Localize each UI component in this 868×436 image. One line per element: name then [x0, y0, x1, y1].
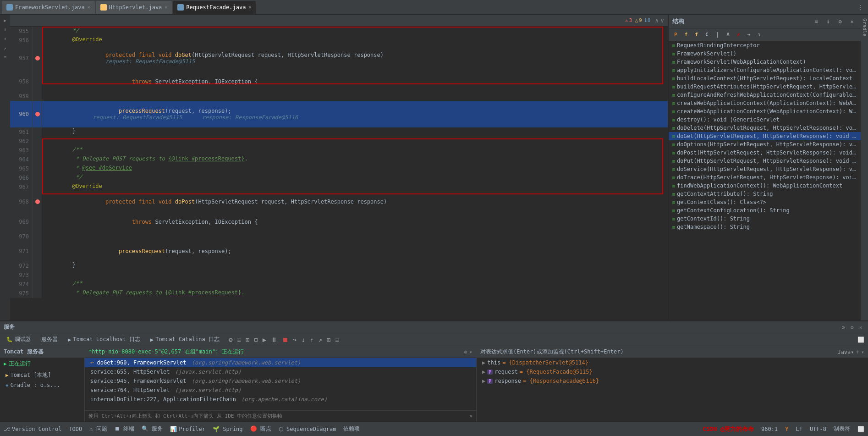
tab-debugger[interactable]: 🐛 调试器	[2, 335, 36, 344]
tab-requestfacade[interactable]: RequestFacade.java ✕	[173, 1, 256, 14]
debug-step-out-btn[interactable]: ↑	[308, 335, 315, 344]
stack-item-3[interactable]: service:764, HttpServlet (javax.servlet.…	[85, 386, 476, 395]
tab-close-frameworkservlet[interactable]: ✕	[88, 5, 90, 10]
tab-menu-button[interactable]: ⋮	[855, 4, 866, 11]
tab-server[interactable]: 服务器	[37, 335, 62, 344]
struct-item-21[interactable]: m getContextId(): String	[669, 215, 861, 223]
tab-close-requestfacade[interactable]: ✕	[248, 5, 251, 10]
struct-item-10[interactable]: m doDelete(HttpServletRequest, HttpServl…	[669, 124, 861, 132]
tomcat-gradle-item[interactable]: ❖ Gradle : o.s...	[2, 381, 82, 389]
info-badge[interactable]: ℹ 8	[645, 17, 651, 23]
struct-item-3[interactable]: m applyInitializers(ConfigurableApplicat…	[669, 66, 861, 74]
breakpoint-968[interactable]	[35, 199, 40, 204]
settings-btn[interactable]: ⚙	[835, 17, 845, 27]
var-expand-request[interactable]: ▶	[482, 369, 485, 375]
struct-item-12[interactable]: m doOptions(HttpServletRequest, HttpServ…	[669, 140, 861, 149]
debug-sort-btn[interactable]: ≡	[235, 335, 242, 344]
status-y-indicator[interactable]: Y	[785, 426, 788, 432]
tab-tomcat-localhost[interactable]: ▶ Tomcat Localhost 日志	[63, 335, 145, 344]
stack-item-1[interactable]: service:655, HttpServlet (javax.servlet.…	[85, 367, 476, 376]
filter-lambda-btn[interactable]: Λ	[724, 31, 732, 39]
debug-expand-btn[interactable]: ⊞	[244, 335, 251, 344]
var-item-request[interactable]: ▶ P request = {RequestFacade@5115}	[477, 367, 868, 376]
status-spring[interactable]: 🌱 Spring	[213, 426, 243, 432]
stack-settings-icon[interactable]: ▾	[469, 349, 472, 355]
vars-settings-btn[interactable]: ▾	[861, 349, 864, 355]
tab-close-httpservlet[interactable]: ✕	[165, 5, 167, 10]
stack-item-0[interactable]: ↩ doGet:960, FrameworkServlet (org.sprin…	[85, 358, 476, 367]
filter-stack-icon[interactable]: ⊗	[464, 349, 467, 355]
services-close-icon[interactable]: ✕	[857, 324, 864, 331]
struct-item-14[interactable]: m doPut(HttpServletRequest, HttpServletR…	[669, 157, 861, 165]
struct-item-16[interactable]: m doTrace(HttpServletRequest, HttpServle…	[669, 173, 861, 182]
filter-v-btn[interactable]: |	[713, 30, 722, 39]
status-dependencies[interactable]: 依赖项	[343, 425, 360, 433]
sort-btn[interactable]: ↕	[823, 17, 833, 27]
struct-item-15[interactable]: m doService(HttpServletRequest, HttpServ…	[669, 165, 861, 173]
debug-step-into-btn[interactable]: ↓	[300, 335, 307, 344]
struct-item-17[interactable]: m findWebApplicationContext(): WebApplic…	[669, 182, 861, 190]
services-settings-icon[interactable]: ⚙	[840, 324, 846, 331]
stack-item-4[interactable]: internalDoFilter:227, ApplicationFilterC…	[85, 395, 476, 404]
status-profiler[interactable]: 📊 Profiler	[170, 426, 205, 432]
struct-item-13[interactable]: m doPost(HttpServletRequest, HttpServlet…	[669, 149, 861, 157]
hint-close-icon[interactable]: ✕	[469, 413, 472, 419]
status-problems[interactable]: ⚠ 问题	[89, 425, 107, 433]
tab-tomcat-catalina[interactable]: ▶ Tomcat Catalina 日志	[146, 335, 224, 344]
warning-badge[interactable]: △ 9	[635, 17, 642, 23]
debug-step-over-btn[interactable]: ↷	[291, 335, 298, 344]
status-services[interactable]: 🔍 服务	[142, 425, 163, 433]
struct-item-0[interactable]: m RequestBindingInterceptor	[669, 41, 861, 50]
var-item-this[interactable]: ▶ this = {DispatcherServlet@5114}	[477, 358, 868, 367]
filter-p-btn[interactable]: P	[671, 31, 680, 39]
prev-arrow[interactable]: ∧	[655, 17, 659, 24]
status-lf[interactable]: LF	[796, 426, 802, 432]
running-status-item[interactable]: ▶ 正在运行	[0, 358, 84, 370]
run-cursor-icon[interactable]: ↗	[1, 44, 9, 51]
struct-item-1[interactable]: m FrameworkServlet()	[669, 50, 861, 58]
breakpoint-957[interactable]	[35, 56, 40, 61]
struct-item-20[interactable]: m getContextConfigLocation(): String	[669, 206, 861, 215]
status-terminal[interactable]: ⏹ 终端	[115, 425, 134, 433]
filter-c-btn[interactable]: C	[703, 31, 711, 39]
struct-item-8[interactable]: m createWebApplicationContext(WebApplica…	[669, 107, 861, 116]
status-line-col[interactable]: 960:1	[761, 426, 778, 432]
filter-x-btn[interactable]: ✗	[734, 31, 743, 39]
debug-list-btn[interactable]: ≡	[333, 335, 341, 344]
vars-add-btn[interactable]: +	[856, 349, 859, 355]
var-expand-this[interactable]: ▶	[482, 359, 485, 366]
debug-settings-btn[interactable]: ⚙	[227, 335, 234, 344]
filter-f2-btn[interactable]: f	[692, 31, 701, 39]
status-indent[interactable]: 制表符	[834, 425, 850, 433]
step-into-icon[interactable]: ⬇	[1, 26, 9, 33]
var-expand-response[interactable]: ▶	[482, 378, 485, 384]
debug-table-btn[interactable]: ⊞	[325, 335, 332, 344]
struct-item-6[interactable]: m configureAndRefreshWebApplicationConte…	[669, 91, 861, 99]
stack-item-2[interactable]: service:945, FrameworkServlet (org.sprin…	[85, 376, 476, 386]
debug-pause-btn[interactable]: ⏸	[269, 335, 279, 344]
status-todo[interactable]: TODO	[69, 426, 82, 432]
filter-i-btn[interactable]: ι	[755, 31, 764, 39]
error-badge[interactable]: ⚠ 3	[625, 17, 632, 23]
sort-alpha-btn[interactable]: ≡	[811, 17, 821, 27]
debug-stop-btn[interactable]: ⏹	[280, 335, 290, 344]
struct-item-18[interactable]: m getContextAttribute(): String	[669, 190, 861, 198]
status-expand-btn[interactable]: ⬜	[857, 426, 864, 432]
struct-item-5[interactable]: m buildRequestAttributes(HttpServletRequ…	[669, 83, 861, 91]
debug-resume-btn[interactable]: ▶	[261, 335, 268, 344]
struct-item-11[interactable]: m doGet(HttpServletRequest, HttpServletR…	[669, 132, 861, 140]
status-charset[interactable]: UTF-8	[810, 426, 826, 432]
services-gear-icon[interactable]: ⚙	[849, 324, 856, 331]
status-sequence-diagram[interactable]: ⬡ SequenceDiagram	[279, 426, 336, 432]
struct-item-7[interactable]: m createWebApplicationContext(Applicatio…	[669, 99, 861, 107]
status-version-control[interactable]: ⎇ Version Control	[4, 426, 61, 432]
struct-item-9[interactable]: m destroy(): void ¦GenericServlet	[669, 116, 861, 124]
struct-item-4[interactable]: m buildLocaleContext(HttpServletRequest)…	[669, 74, 861, 83]
gradle-tab[interactable]: Gradle	[861, 15, 868, 40]
tomcat-local-item[interactable]: ▶ Tomcat [本地]	[2, 370, 82, 380]
breakpoint-960[interactable]	[35, 112, 40, 116]
struct-item-2[interactable]: m FrameworkServlet(WebApplicationContext…	[669, 58, 861, 66]
filter-arrow-btn[interactable]: →	[745, 31, 753, 39]
struct-item-19[interactable]: m getContextClass(): Class<?>	[669, 198, 861, 206]
step-over-icon[interactable]: ▶	[1, 17, 9, 24]
